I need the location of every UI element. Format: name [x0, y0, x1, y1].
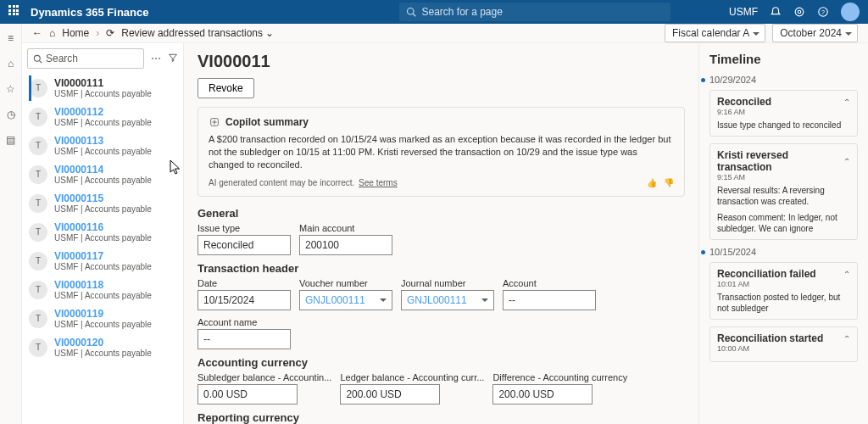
avatar[interactable]	[841, 3, 860, 21]
item-badge: T	[29, 137, 47, 155]
copilot-icon	[209, 116, 220, 128]
back-icon[interactable]: ←	[32, 27, 42, 39]
chevron-up-icon: ⌃	[843, 98, 850, 107]
item-badge: T	[29, 252, 47, 271]
main-account-field[interactable]: 200100	[299, 235, 392, 255]
help-icon[interactable]: ?	[817, 6, 829, 18]
global-search[interactable]: Search for a page	[399, 3, 670, 21]
svg-point-6	[34, 55, 40, 61]
page-title: VI000011	[198, 52, 685, 71]
copilot-summary: Copilot summary A $200 transaction recor…	[198, 107, 685, 197]
diff-acc-field[interactable]: 200.00 USD	[492, 384, 593, 404]
record-list: Search ⋯ TVI0000111USMF | Accounts payab…	[22, 43, 184, 424]
issue-type-field[interactable]: Reconciled	[198, 235, 291, 255]
fiscal-calendar-select[interactable]: Fiscal calendar A	[665, 24, 765, 42]
timeline-card[interactable]: Reconciliation failed⌃ 10:01 AM Transact…	[709, 262, 858, 320]
chevron-up-icon: ⌃	[843, 157, 850, 166]
list-more-icon[interactable]: ⋯	[149, 53, 163, 64]
app-title: Dynamics 365 Finance	[31, 6, 148, 19]
section-trans-header: Transaction header	[198, 262, 685, 275]
item-badge: T	[29, 223, 47, 242]
settings-icon[interactable]	[793, 6, 805, 18]
voucher-field[interactable]: GNJL000111	[299, 290, 392, 310]
recent-icon[interactable]: ◷	[5, 109, 17, 120]
refresh-icon[interactable]: ⟳	[106, 27, 114, 39]
home-crumb[interactable]: Home	[62, 27, 89, 39]
thumbs-up-icon[interactable]: 👍	[647, 178, 657, 187]
home-crumb-icon[interactable]: ⌂	[49, 27, 55, 39]
timeline-title: Timeline	[709, 52, 858, 66]
list-item[interactable]: TVI0000112USMF | Accounts payable	[22, 103, 183, 131]
list-item[interactable]: TVI0000119USMF | Accounts payable	[22, 304, 183, 333]
section-acct-curr: Accounting currency	[198, 356, 685, 369]
section-rep-curr: Reporting currency	[198, 411, 685, 424]
favorite-icon[interactable]: ☆	[5, 83, 17, 95]
svg-text:?: ?	[821, 9, 825, 15]
journal-field[interactable]: GNJL000111	[401, 290, 494, 310]
list-item[interactable]: TVI0000120USMF | Accounts payable	[22, 333, 183, 362]
thumbs-down-icon[interactable]: 👎	[664, 178, 674, 187]
company-label[interactable]: USMF	[729, 6, 758, 18]
svg-line-1	[414, 14, 416, 16]
crumb-current[interactable]: Review addressed transactions ⌄	[121, 27, 274, 39]
list-item[interactable]: TVI0000118USMF | Accounts payable	[22, 276, 183, 304]
app-topbar: Dynamics 365 Finance Search for a page U…	[0, 0, 868, 24]
timeline-date: 10/15/2024	[709, 247, 858, 257]
svg-point-0	[408, 8, 415, 15]
account-name-field[interactable]: --	[198, 329, 291, 349]
home-icon[interactable]: ⌂	[5, 58, 17, 70]
ledger-acc-field[interactable]: 200.00 USD	[340, 384, 440, 404]
see-terms-link[interactable]: See terms	[359, 178, 398, 187]
search-icon	[406, 7, 416, 17]
timeline-card[interactable]: Reconciled⌃ 9:16 AM Issue type changed t…	[709, 90, 858, 137]
search-icon	[33, 54, 42, 64]
item-badge: T	[29, 79, 47, 98]
list-item[interactable]: TVI0000111USMF | Accounts payable	[22, 74, 183, 103]
left-rail: ≡ ⌂ ☆ ◷ ▤	[0, 24, 22, 424]
modules-icon[interactable]: ▤	[5, 134, 17, 146]
item-badge: T	[29, 194, 47, 213]
revoke-button[interactable]: Revoke	[198, 78, 254, 98]
timeline-pane: Timeline 10/29/2024 Reconciled⌃ 9:16 AM …	[698, 43, 868, 424]
list-item[interactable]: TVI0000116USMF | Accounts payable	[22, 218, 183, 247]
date-field[interactable]: 10/15/2024	[198, 290, 291, 310]
timeline-date: 10/29/2024	[709, 75, 858, 85]
list-search[interactable]: Search	[27, 48, 144, 69]
filter-icon[interactable]	[168, 53, 178, 65]
period-select[interactable]: October 2024	[772, 24, 858, 42]
item-badge: T	[29, 310, 47, 328]
list-item[interactable]: TVI0000113USMF | Accounts payable	[22, 131, 183, 160]
item-badge: T	[29, 165, 47, 184]
menu-icon[interactable]: ≡	[5, 32, 17, 44]
chevron-up-icon: ⌃	[843, 334, 850, 343]
item-badge: T	[29, 338, 47, 357]
list-item[interactable]: TVI0000117USMF | Accounts payable	[22, 247, 183, 276]
breadcrumb-bar: ← ⌂ Home › ⟳ Review addressed transactio…	[22, 24, 868, 43]
notification-icon[interactable]	[770, 6, 782, 18]
svg-point-2	[795, 8, 804, 16]
item-badge: T	[29, 108, 47, 126]
chevron-up-icon: ⌃	[843, 270, 850, 279]
main-form: VI000011 Revoke Copilot summary A $200 t…	[184, 43, 698, 424]
subledger-acc-field[interactable]: 0.00 USD	[198, 384, 298, 404]
section-general: General	[198, 207, 685, 220]
list-item[interactable]: TVI0000114USMF | Accounts payable	[22, 160, 183, 189]
timeline-card[interactable]: Reconciliation started⌃ 10:00 AM	[709, 326, 858, 362]
svg-line-7	[40, 60, 42, 63]
account-field[interactable]: --	[503, 290, 596, 310]
timeline-card[interactable]: Kristi reversed transaction⌃ 9:15 AM Rev…	[709, 143, 858, 240]
item-badge: T	[29, 281, 47, 299]
list-item[interactable]: TVI0000115USMF | Accounts payable	[22, 189, 183, 218]
svg-point-3	[798, 10, 801, 14]
app-launcher-icon[interactable]	[8, 5, 22, 19]
